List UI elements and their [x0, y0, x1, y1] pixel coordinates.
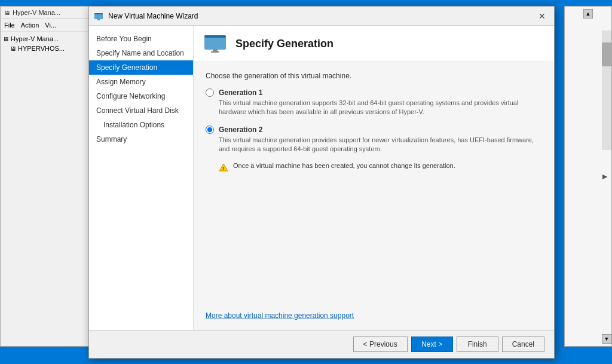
generation-1-option: Generation 1 This virtual machine genera… — [206, 88, 542, 117]
warning-triangle-icon: ! — [219, 163, 228, 172]
nav-item-specify-name[interactable]: Specify Name and Location — [89, 46, 193, 60]
hyperv-tree-root: 🖥 Hyper-V Mana... — [3, 35, 93, 42]
gen1-radio[interactable] — [206, 88, 214, 97]
wizard-header-icon — [203, 34, 227, 53]
nav-item-installation-options[interactable]: Installation Options — [89, 118, 193, 132]
hyperv-bg-window: 🖥 Hyper-V Mana... File Action Vi... 🖥 Hy… — [0, 6, 96, 347]
wizard-description: Choose the generation of this virtual ma… — [206, 72, 542, 80]
cancel-button[interactable]: Cancel — [502, 337, 544, 352]
wizard-nav: Before You BeginSpecify Name and Locatio… — [89, 26, 194, 330]
hyperv-icon: 🖥 — [4, 10, 10, 16]
gen2-label-row: Generation 2 — [206, 126, 542, 134]
hyperv-title-text: Hyper-V Mana... — [13, 9, 60, 16]
warning-text: Once a virtual machine has been created,… — [233, 162, 455, 169]
wizard-page-title: Specify Generation — [235, 38, 333, 50]
nav-item-summary[interactable]: Summary — [89, 132, 193, 146]
wizard-title-icon — [94, 11, 103, 21]
expand-arrow-icon[interactable]: ► — [601, 171, 609, 182]
gen2-description: This virtual machine generation provides… — [219, 136, 542, 154]
gen2-label[interactable]: Generation 2 — [219, 126, 262, 134]
hyperv-menu-bar: File Action Vi... — [1, 19, 95, 32]
svg-rect-5 — [204, 35, 226, 38]
nav-item-specify-generation[interactable]: Specify Generation — [89, 60, 193, 75]
hyperv-menu-action[interactable]: Action — [21, 22, 39, 29]
warning-box: ! Once a virtual machine has been create… — [219, 162, 542, 172]
wizard-dialog: New Virtual Machine Wizard ✕ Before You … — [88, 6, 555, 359]
wizard-footer: < Previous Next > Finish Cancel — [89, 330, 554, 358]
wizard-main-panel: Specify Generation Choose the generation… — [194, 26, 554, 330]
more-info-link[interactable]: More about virtual machine generation su… — [206, 311, 354, 320]
gen1-label-row: Generation 1 — [206, 88, 542, 97]
scroll-down-area[interactable]: ▼ — [602, 95, 611, 344]
right-panel: ▲ ▼ ► — [564, 6, 612, 347]
scrollbar-thumb[interactable] — [602, 42, 611, 66]
scroll-up-arrow[interactable]: ▲ — [565, 9, 611, 19]
svg-rect-1 — [94, 13, 103, 14]
wizard-content: Before You BeginSpecify Name and Locatio… — [89, 26, 554, 330]
finish-button[interactable]: Finish — [457, 337, 498, 352]
wizard-title-text: New Virtual Machine Wizard — [108, 12, 535, 20]
svg-rect-3 — [97, 20, 100, 20]
hyperv-menu-file[interactable]: File — [4, 22, 15, 29]
wizard-link-area: More about virtual machine generation su… — [194, 304, 554, 330]
wizard-header: Specify Generation — [194, 26, 554, 62]
previous-button[interactable]: < Previous — [353, 337, 408, 352]
hyperv-title-bar: 🖥 Hyper-V Mana... — [1, 7, 95, 19]
nav-item-assign-memory[interactable]: Assign Memory — [89, 75, 193, 89]
wizard-body: Choose the generation of this virtual ma… — [194, 62, 554, 304]
hyperv-menu-view[interactable]: Vi... — [45, 22, 56, 29]
nav-item-connect-vhd[interactable]: Connect Virtual Hard Disk — [89, 103, 193, 118]
generation-radio-group: Generation 1 This virtual machine genera… — [206, 88, 542, 172]
gen1-description: This virtual machine generation supports… — [219, 99, 542, 117]
generation-2-option: Generation 2 This virtual machine genera… — [206, 126, 542, 172]
hyperv-tree-host: 🖥 HYPERVHOS... — [3, 45, 93, 52]
next-button[interactable]: Next > — [411, 337, 453, 352]
nav-item-before-you-begin[interactable]: Before You Begin — [89, 32, 193, 46]
nav-item-configure-networking[interactable]: Configure Networking — [89, 89, 193, 103]
wizard-title-bar: New Virtual Machine Wizard ✕ — [89, 7, 554, 26]
gen1-label[interactable]: Generation 1 — [219, 88, 262, 97]
hyperv-tree: 🖥 Hyper-V Mana... 🖥 HYPERVHOS... — [1, 32, 95, 56]
close-button[interactable]: ✕ — [535, 9, 549, 23]
gen2-radio[interactable] — [206, 126, 214, 134]
svg-text:!: ! — [222, 166, 224, 172]
svg-rect-7 — [211, 51, 219, 53]
